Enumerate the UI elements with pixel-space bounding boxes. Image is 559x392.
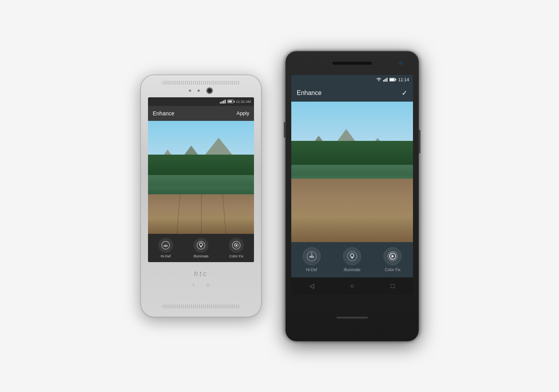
android-app-header: Enhance ✓ [291,84,413,102]
htc-tool-hidef[interactable]: HD Hi-Def [158,238,173,258]
htc-tool-illuminate[interactable]: Illuminate [194,238,209,258]
android-illuminate-label: Illuminate [344,268,361,272]
android-status-bar: 11:14 [291,75,413,84]
htc-hidef-label: Hi-Def [161,254,171,258]
svg-rect-12 [387,78,387,82]
htc-brand-logo: htc [194,270,208,278]
svg-point-26 [392,255,394,257]
android-home-indicator [336,317,368,319]
android-tool-illuminate[interactable]: Illuminate [343,247,361,272]
android-tool-colorfix[interactable]: Color Fix [384,247,402,272]
svg-rect-14 [396,79,396,80]
htc-back-button[interactable]: ‹ [192,281,194,288]
android-confirm-button[interactable]: ✓ [402,89,407,97]
android-enhance-toolbar: HD Hi-Def Illu [291,242,413,277]
android-speaker [332,62,372,65]
android-tool-hidef[interactable]: HD Hi-Def [303,247,321,272]
htc-screen-content: 11:31 AM Enhance Apply [148,97,254,262]
android-colorfix-icon [384,247,402,265]
htc-phone: 11:31 AM Enhance Apply [140,75,262,318]
dock-lines [148,194,254,234]
htc-dot-left [189,89,191,92]
svg-rect-11 [385,78,386,82]
android-recents-button[interactable]: □ [387,280,398,292]
htc-dot-right [197,89,200,92]
wifi-icon [376,77,382,82]
dock-layer [148,194,254,234]
battery-icon [227,100,234,103]
svg-point-23 [350,254,354,257]
illuminate-icon [194,238,208,253]
android-colorfix-label: Color Fix [385,268,400,272]
svg-rect-15 [390,78,395,81]
signal-icon [220,100,226,104]
volume-button[interactable] [284,122,285,138]
svg-point-8 [236,244,237,246]
status-time: 11:31 AM [236,100,251,104]
htc-app-header: Enhance Apply [148,106,254,121]
android-top-bar [286,51,418,75]
android-phone: 11:14 Enhance ✓ [285,51,419,341]
android-bottom-bar [286,295,418,341]
power-button[interactable] [419,130,420,153]
htc-nav-bar: ‹ ⌂ [192,281,209,288]
svg-point-3 [199,243,203,246]
htc-colorfix-label: Color Fix [229,254,243,258]
svg-rect-9 [383,80,384,82]
htc-illuminate-label: Illuminate [194,254,209,258]
htc-screen: 11:31 AM Enhance Apply [148,97,254,262]
htc-front-camera [206,87,213,94]
android-photo-area [291,102,413,242]
android-nav-bar: ◁ ○ □ [291,277,413,295]
svg-text:HD: HD [309,255,314,259]
android-hidef-icon: HD [303,247,321,265]
svg-point-2 [197,241,205,249]
htc-speaker-bottom [162,304,240,308]
signal-bars-icon [383,77,388,82]
android-illuminate-icon [343,247,361,265]
android-dock [291,179,413,242]
htc-app-title: Enhance [153,110,174,117]
htc-status-bar: 11:31 AM [148,97,254,106]
htc-tool-colorfix[interactable]: Color Fix [229,238,244,258]
svg-text:HD: HD [164,244,168,247]
hidef-icon: HD [158,238,173,253]
android-app-title: Enhance [297,89,322,97]
htc-home-button[interactable]: ⌂ [206,281,209,288]
colorfix-icon [229,238,244,253]
htc-apply-button[interactable]: Apply [236,110,249,116]
htc-speaker-top [162,81,240,85]
android-screen: 11:14 Enhance ✓ [291,75,413,295]
android-home-button[interactable]: ○ [346,280,358,292]
battery-icon-android [389,78,396,82]
android-status-right: 11:14 [376,77,409,82]
android-status-time: 11:14 [398,77,409,82]
svg-rect-10 [384,79,385,82]
android-back-button[interactable]: ◁ [306,280,318,292]
htc-enhance-toolbar: HD Hi-Def Illuminate [148,234,254,262]
htc-camera-row [189,87,213,94]
htc-photo-area [148,121,254,234]
android-screen-content: 11:14 Enhance ✓ [291,75,413,295]
android-front-camera [399,61,403,65]
android-hidef-label: Hi-Def [306,268,317,272]
svg-point-22 [347,252,357,261]
